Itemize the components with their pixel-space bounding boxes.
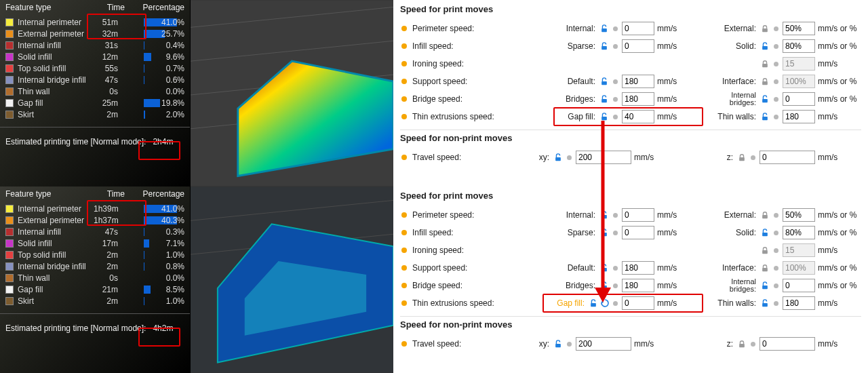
override-dot[interactable]: [613, 231, 618, 235]
lock-icon[interactable]: [599, 112, 609, 121]
override-dot[interactable]: [774, 231, 778, 235]
value-input[interactable]: [622, 92, 654, 106]
value-input[interactable]: [576, 337, 631, 351]
override-dot[interactable]: [567, 342, 572, 347]
legend-row[interactable]: Internal perimeter1h39m41.0%: [5, 203, 184, 214]
value-input[interactable]: [622, 226, 654, 239]
override-dot[interactable]: [751, 155, 755, 160]
value-input[interactable]: [783, 261, 815, 275]
legend-row[interactable]: Gap fill21m8.5%: [5, 283, 184, 295]
lock-icon[interactable]: [760, 298, 770, 308]
override-dot[interactable]: [613, 97, 618, 102]
lock-icon[interactable]: [737, 339, 747, 349]
value-input[interactable]: [622, 279, 654, 292]
lock-icon[interactable]: [760, 263, 770, 273]
legend-row[interactable]: Top solid infill55s0.7%: [5, 62, 184, 74]
legend-row[interactable]: Solid infill12m9.6%: [5, 51, 184, 62]
reset-icon[interactable]: [600, 298, 610, 308]
override-dot[interactable]: [613, 301, 618, 306]
lock-icon[interactable]: [599, 263, 609, 273]
override-dot[interactable]: [613, 26, 618, 31]
legend-row[interactable]: Internal bridge infill47s0.6%: [5, 74, 184, 85]
lock-icon[interactable]: [553, 339, 563, 349]
override-dot[interactable]: [774, 44, 778, 49]
value-input[interactable]: [783, 39, 815, 53]
value-input[interactable]: [622, 296, 654, 310]
legend-row[interactable]: Top solid infill2m1.0%: [5, 249, 184, 260]
override-dot[interactable]: [613, 213, 618, 218]
lock-icon[interactable]: [760, 112, 770, 121]
legend-row[interactable]: Skirt2m2.0%: [5, 109, 184, 120]
value-input[interactable]: [783, 279, 815, 292]
override-dot[interactable]: [774, 266, 778, 271]
lock-icon[interactable]: [760, 281, 770, 290]
legend-row[interactable]: Internal infill47s0.3%: [5, 226, 184, 237]
value-input[interactable]: [622, 261, 654, 275]
legend-row[interactable]: Internal bridge infill2m0.8%: [5, 260, 184, 272]
legend-row[interactable]: Thin wall0s0.0%: [5, 85, 184, 97]
value-input[interactable]: [783, 243, 815, 257]
value-input[interactable]: [760, 151, 815, 164]
value-input[interactable]: [783, 208, 815, 222]
override-dot[interactable]: [613, 283, 618, 288]
lock-icon[interactable]: [760, 77, 770, 86]
legend-row[interactable]: Internal infill31s0.4%: [5, 39, 184, 51]
legend-row[interactable]: Solid infill17m7.1%: [5, 237, 184, 249]
lock-icon[interactable]: [599, 94, 609, 104]
lock-icon[interactable]: [599, 41, 609, 51]
lock-icon[interactable]: [737, 153, 747, 162]
override-dot[interactable]: [774, 97, 778, 102]
value-input[interactable]: [622, 208, 654, 222]
viewport-top[interactable]: Speed (mm/s) 201.3182.9165.1146.8128.411…: [190, 0, 393, 186]
lock-icon[interactable]: [760, 24, 770, 33]
value-input[interactable]: [783, 296, 815, 310]
lock-icon[interactable]: [599, 210, 609, 220]
override-dot[interactable]: [774, 283, 778, 288]
legend-row[interactable]: Gap fill25m19.8%: [5, 97, 184, 109]
lock-icon[interactable]: [599, 281, 609, 290]
value-input[interactable]: [783, 22, 815, 35]
value-input[interactable]: [622, 110, 654, 123]
override-dot[interactable]: [774, 115, 778, 119]
lock-icon[interactable]: [599, 24, 609, 33]
value-input[interactable]: [783, 110, 815, 123]
value-input[interactable]: [783, 92, 815, 106]
override-dot[interactable]: [751, 342, 755, 347]
override-dot[interactable]: [774, 79, 778, 84]
value-input[interactable]: [622, 75, 654, 88]
value-input[interactable]: [576, 151, 631, 164]
legend-row[interactable]: External perimeter32m25.7%: [5, 28, 184, 39]
override-dot[interactable]: [613, 115, 618, 119]
lock-icon[interactable]: [553, 153, 563, 162]
value-input[interactable]: [622, 22, 654, 35]
lock-icon[interactable]: [760, 246, 770, 255]
legend-row[interactable]: External perimeter1h37m40.3%: [5, 214, 184, 226]
legend-row[interactable]: Thin wall0s0.0%: [5, 272, 184, 283]
override-dot[interactable]: [774, 26, 778, 31]
lock-icon[interactable]: [589, 298, 598, 308]
override-dot[interactable]: [774, 62, 778, 66]
lock-icon[interactable]: [599, 77, 609, 86]
override-dot[interactable]: [613, 44, 618, 49]
value-input[interactable]: [760, 337, 815, 351]
value-input[interactable]: [783, 57, 815, 71]
legend-row[interactable]: Internal perimeter51m41.0%: [5, 16, 184, 28]
override-dot[interactable]: [613, 266, 618, 271]
value-input[interactable]: [783, 226, 815, 239]
override-dot[interactable]: [774, 248, 778, 253]
viewport-bottom[interactable]: Speed (mm/s) 240.0217.2193.5170.7147.012…: [190, 186, 393, 373]
lock-icon[interactable]: [599, 228, 609, 237]
override-dot[interactable]: [613, 79, 618, 84]
lock-icon[interactable]: [760, 228, 770, 237]
lock-icon[interactable]: [760, 41, 770, 51]
bullet-icon: [401, 230, 407, 235]
override-dot[interactable]: [774, 213, 778, 218]
lock-icon[interactable]: [760, 59, 770, 68]
value-input[interactable]: [622, 39, 654, 53]
override-dot[interactable]: [567, 155, 572, 160]
legend-row[interactable]: Skirt2m1.0%: [5, 295, 184, 307]
value-input[interactable]: [783, 75, 815, 88]
lock-icon[interactable]: [760, 210, 770, 220]
lock-icon[interactable]: [760, 94, 770, 104]
override-dot[interactable]: [774, 301, 778, 306]
